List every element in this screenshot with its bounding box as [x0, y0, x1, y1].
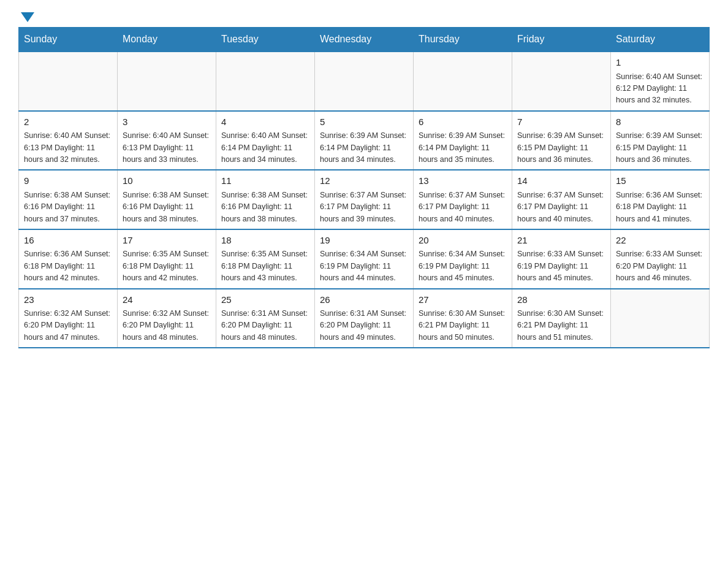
logo-triangle-icon: [21, 12, 34, 22]
day-info: Sunrise: 6:32 AM Sunset: 6:20 PM Dayligh…: [123, 308, 211, 343]
day-number: 22: [616, 234, 704, 248]
calendar-cell: 24Sunrise: 6:32 AM Sunset: 6:20 PM Dayli…: [118, 289, 216, 348]
day-number: 16: [24, 234, 112, 248]
calendar-table: SundayMondayTuesdayWednesdayThursdayFrid…: [18, 27, 710, 348]
calendar-cell: 25Sunrise: 6:31 AM Sunset: 6:20 PM Dayli…: [216, 289, 315, 348]
calendar-cell: 17Sunrise: 6:35 AM Sunset: 6:18 PM Dayli…: [118, 229, 216, 289]
day-number: 10: [123, 174, 211, 188]
calendar-cell: [118, 52, 216, 111]
day-number: 6: [419, 115, 507, 129]
day-number: 21: [517, 234, 605, 248]
day-info: Sunrise: 6:31 AM Sunset: 6:20 PM Dayligh…: [320, 308, 408, 343]
day-info: Sunrise: 6:37 AM Sunset: 6:17 PM Dayligh…: [419, 190, 507, 225]
day-number: 11: [221, 174, 309, 188]
day-info: Sunrise: 6:37 AM Sunset: 6:17 PM Dayligh…: [517, 190, 605, 225]
day-number: 2: [24, 115, 112, 129]
day-info: Sunrise: 6:35 AM Sunset: 6:18 PM Dayligh…: [123, 248, 211, 284]
calendar-cell: 26Sunrise: 6:31 AM Sunset: 6:20 PM Dayli…: [315, 289, 414, 348]
calendar-cell: 22Sunrise: 6:33 AM Sunset: 6:20 PM Dayli…: [611, 229, 710, 289]
day-of-week-header: Monday: [118, 28, 216, 52]
calendar-cell: 16Sunrise: 6:36 AM Sunset: 6:18 PM Dayli…: [19, 229, 118, 289]
day-info: Sunrise: 6:38 AM Sunset: 6:16 PM Dayligh…: [221, 190, 309, 225]
day-info: Sunrise: 6:30 AM Sunset: 6:21 PM Dayligh…: [517, 308, 605, 343]
day-info: Sunrise: 6:39 AM Sunset: 6:14 PM Dayligh…: [320, 130, 408, 166]
calendar-cell: 4Sunrise: 6:40 AM Sunset: 6:14 PM Daylig…: [216, 111, 315, 170]
day-info: Sunrise: 6:34 AM Sunset: 6:19 PM Dayligh…: [419, 248, 507, 284]
day-info: Sunrise: 6:33 AM Sunset: 6:19 PM Dayligh…: [517, 248, 605, 284]
calendar-cell: 10Sunrise: 6:38 AM Sunset: 6:16 PM Dayli…: [118, 170, 216, 229]
day-number: 17: [123, 234, 211, 248]
calendar-cell: [414, 52, 512, 111]
calendar-cell: 3Sunrise: 6:40 AM Sunset: 6:13 PM Daylig…: [118, 111, 216, 170]
day-info: Sunrise: 6:39 AM Sunset: 6:15 PM Dayligh…: [517, 130, 605, 166]
calendar-cell: 14Sunrise: 6:37 AM Sunset: 6:17 PM Dayli…: [512, 170, 611, 229]
day-number: 28: [517, 293, 605, 307]
day-of-week-header: Wednesday: [315, 28, 414, 52]
day-number: 8: [616, 115, 704, 129]
logo: [18, 12, 34, 21]
calendar-cell: [216, 52, 315, 111]
calendar-cell: 18Sunrise: 6:35 AM Sunset: 6:18 PM Dayli…: [216, 229, 315, 289]
day-number: 15: [616, 174, 704, 188]
day-number: 24: [123, 293, 211, 307]
day-number: 27: [419, 293, 507, 307]
calendar-cell: 23Sunrise: 6:32 AM Sunset: 6:20 PM Dayli…: [19, 289, 118, 348]
day-number: 18: [221, 234, 309, 248]
calendar-cell: 1Sunrise: 6:40 AM Sunset: 6:12 PM Daylig…: [611, 52, 710, 111]
calendar-cell: 5Sunrise: 6:39 AM Sunset: 6:14 PM Daylig…: [315, 111, 414, 170]
day-number: 12: [320, 174, 408, 188]
day-number: 19: [320, 234, 408, 248]
day-info: Sunrise: 6:40 AM Sunset: 6:14 PM Dayligh…: [221, 130, 309, 166]
calendar-cell: 13Sunrise: 6:37 AM Sunset: 6:17 PM Dayli…: [414, 170, 512, 229]
day-info: Sunrise: 6:36 AM Sunset: 6:18 PM Dayligh…: [24, 248, 112, 284]
day-info: Sunrise: 6:33 AM Sunset: 6:20 PM Dayligh…: [616, 248, 704, 284]
day-number: 9: [24, 174, 112, 188]
day-info: Sunrise: 6:37 AM Sunset: 6:17 PM Dayligh…: [320, 190, 408, 225]
day-info: Sunrise: 6:31 AM Sunset: 6:20 PM Dayligh…: [221, 308, 309, 343]
day-of-week-header: Tuesday: [216, 28, 315, 52]
calendar-cell: [512, 52, 611, 111]
day-number: 23: [24, 293, 112, 307]
day-info: Sunrise: 6:38 AM Sunset: 6:16 PM Dayligh…: [24, 190, 112, 225]
day-number: 7: [517, 115, 605, 129]
day-info: Sunrise: 6:39 AM Sunset: 6:15 PM Dayligh…: [616, 130, 704, 166]
calendar-cell: 15Sunrise: 6:36 AM Sunset: 6:18 PM Dayli…: [611, 170, 710, 229]
day-number: 3: [123, 115, 211, 129]
day-number: 5: [320, 115, 408, 129]
calendar-cell: [315, 52, 414, 111]
calendar-cell: 2Sunrise: 6:40 AM Sunset: 6:13 PM Daylig…: [19, 111, 118, 170]
calendar-cell: 6Sunrise: 6:39 AM Sunset: 6:14 PM Daylig…: [414, 111, 512, 170]
calendar-cell: 11Sunrise: 6:38 AM Sunset: 6:16 PM Dayli…: [216, 170, 315, 229]
calendar-cell: 8Sunrise: 6:39 AM Sunset: 6:15 PM Daylig…: [611, 111, 710, 170]
day-number: 4: [221, 115, 309, 129]
calendar-week-row: 16Sunrise: 6:36 AM Sunset: 6:18 PM Dayli…: [19, 229, 710, 289]
day-number: 13: [419, 174, 507, 188]
calendar-week-row: 9Sunrise: 6:38 AM Sunset: 6:16 PM Daylig…: [19, 170, 710, 229]
day-info: Sunrise: 6:34 AM Sunset: 6:19 PM Dayligh…: [320, 248, 408, 284]
day-number: 14: [517, 174, 605, 188]
day-number: 25: [221, 293, 309, 307]
calendar-cell: 7Sunrise: 6:39 AM Sunset: 6:15 PM Daylig…: [512, 111, 611, 170]
calendar-cell: 20Sunrise: 6:34 AM Sunset: 6:19 PM Dayli…: [414, 229, 512, 289]
page-header: [18, 12, 710, 21]
calendar-week-row: 23Sunrise: 6:32 AM Sunset: 6:20 PM Dayli…: [19, 289, 710, 348]
day-of-week-header: Thursday: [414, 28, 512, 52]
calendar-cell: [611, 289, 710, 348]
day-info: Sunrise: 6:35 AM Sunset: 6:18 PM Dayligh…: [221, 248, 309, 284]
day-number: 1: [616, 56, 704, 70]
calendar-header-row: SundayMondayTuesdayWednesdayThursdayFrid…: [19, 28, 710, 52]
day-info: Sunrise: 6:32 AM Sunset: 6:20 PM Dayligh…: [24, 308, 112, 343]
day-info: Sunrise: 6:36 AM Sunset: 6:18 PM Dayligh…: [616, 190, 704, 225]
day-number: 20: [419, 234, 507, 248]
calendar-cell: 28Sunrise: 6:30 AM Sunset: 6:21 PM Dayli…: [512, 289, 611, 348]
calendar-cell: 12Sunrise: 6:37 AM Sunset: 6:17 PM Dayli…: [315, 170, 414, 229]
calendar-cell: 9Sunrise: 6:38 AM Sunset: 6:16 PM Daylig…: [19, 170, 118, 229]
day-info: Sunrise: 6:30 AM Sunset: 6:21 PM Dayligh…: [419, 308, 507, 343]
day-info: Sunrise: 6:38 AM Sunset: 6:16 PM Dayligh…: [123, 190, 211, 225]
calendar-cell: 21Sunrise: 6:33 AM Sunset: 6:19 PM Dayli…: [512, 229, 611, 289]
day-info: Sunrise: 6:39 AM Sunset: 6:14 PM Dayligh…: [419, 130, 507, 166]
day-number: 26: [320, 293, 408, 307]
calendar-cell: 19Sunrise: 6:34 AM Sunset: 6:19 PM Dayli…: [315, 229, 414, 289]
calendar-cell: [19, 52, 118, 111]
day-info: Sunrise: 6:40 AM Sunset: 6:13 PM Dayligh…: [24, 130, 112, 166]
